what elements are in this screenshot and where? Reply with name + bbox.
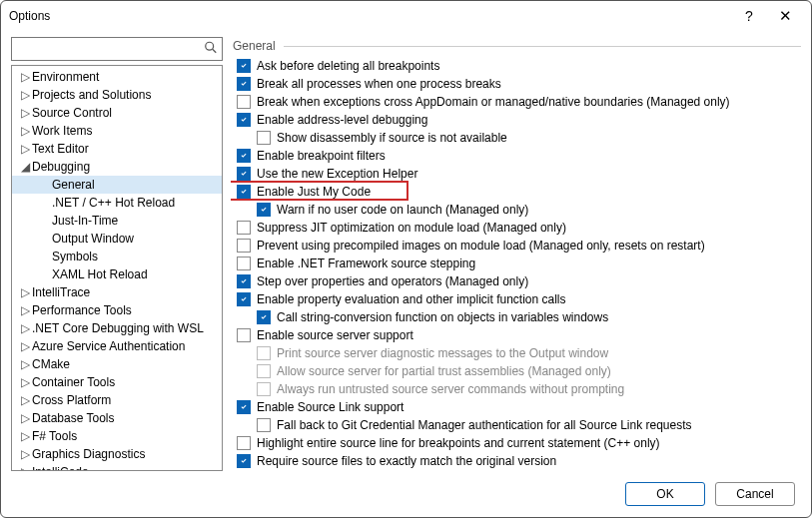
tree-item[interactable]: XAML Hot Reload [12, 265, 222, 283]
expand-icon[interactable]: ▷ [18, 321, 32, 335]
option-row[interactable]: Enable property evaluation and other imp… [231, 290, 791, 308]
tree-item-label: F# Tools [32, 429, 77, 443]
tree-item[interactable]: General [12, 176, 222, 194]
checkbox[interactable] [237, 274, 251, 288]
option-row[interactable]: Use the new Exception Helper [231, 165, 791, 183]
tree-item[interactable]: Just-In-Time [12, 212, 222, 230]
expand-icon[interactable]: ▷ [18, 106, 32, 120]
option-row[interactable]: Show disassembly if source is not availa… [231, 129, 791, 147]
tree-item[interactable]: ▷Azure Service Authentication [12, 337, 222, 355]
cancel-button[interactable]: Cancel [715, 482, 795, 506]
tree-item[interactable]: ▷Performance Tools [12, 301, 222, 319]
expand-icon[interactable]: ▷ [18, 357, 32, 371]
expand-icon[interactable]: ▷ [18, 88, 32, 102]
checkbox[interactable] [237, 257, 251, 270]
checkbox[interactable] [237, 454, 251, 468]
option-row[interactable]: Enable breakpoint filters [231, 147, 791, 165]
tree-item[interactable]: ◢Debugging [12, 158, 222, 176]
expand-icon[interactable]: ▷ [18, 303, 32, 317]
tree-item[interactable]: ▷F# Tools [12, 427, 222, 445]
expand-icon[interactable]: ▷ [18, 393, 32, 407]
option-label: Enable property evaluation and other imp… [257, 292, 566, 306]
tree-item[interactable]: .NET / C++ Hot Reload [12, 194, 222, 212]
checkbox[interactable] [237, 167, 251, 181]
tree-item[interactable]: ▷Database Tools [12, 409, 222, 427]
option-label: Highlight entire source line for breakpo… [257, 436, 660, 450]
ok-button[interactable]: OK [625, 482, 705, 506]
expand-icon[interactable]: ▷ [18, 447, 32, 461]
expand-icon[interactable]: ▷ [18, 285, 32, 299]
expand-icon[interactable]: ▷ [18, 429, 32, 443]
option-label: Fall back to Git Credential Manager auth… [277, 418, 692, 432]
tree-item-label: Environment [32, 70, 99, 84]
option-row[interactable]: Redirect all Output Window text to the I… [231, 470, 791, 471]
checkbox[interactable] [257, 131, 271, 145]
option-row[interactable]: Call string-conversion function on objec… [231, 308, 791, 326]
option-row[interactable]: Prevent using precompiled images on modu… [231, 237, 791, 255]
checkbox[interactable] [237, 59, 251, 73]
checkbox[interactable] [237, 400, 251, 414]
option-row[interactable]: Break all processes when one process bre… [231, 75, 791, 93]
option-label: Prevent using precompiled images on modu… [257, 239, 705, 253]
option-row[interactable]: Highlight entire source line for breakpo… [231, 434, 791, 452]
checkbox[interactable] [237, 328, 251, 342]
options-list[interactable]: Ask before deleting all breakpointsBreak… [231, 57, 801, 471]
option-row[interactable]: Fall back to Git Credential Manager auth… [231, 416, 791, 434]
option-row[interactable]: Step over properties and operators (Mana… [231, 272, 791, 290]
tree-item[interactable]: ▷Container Tools [12, 373, 222, 391]
checkbox[interactable] [257, 203, 271, 217]
option-row[interactable]: Enable .NET Framework source stepping [231, 255, 791, 272]
tree-item[interactable]: ▷Cross Platform [12, 391, 222, 409]
tree-item[interactable]: ▷Source Control [12, 104, 222, 122]
tree-item[interactable]: ▷Text Editor [12, 140, 222, 158]
option-label: Enable Source Link support [257, 400, 404, 414]
option-row[interactable]: Enable Source Link support [231, 398, 791, 416]
checkbox[interactable] [237, 221, 251, 235]
expand-icon[interactable]: ▷ [18, 70, 32, 84]
tree-item[interactable]: ▷Environment [12, 68, 222, 86]
checkbox[interactable] [237, 149, 251, 163]
checkbox[interactable] [237, 185, 251, 199]
close-button[interactable]: ✕ [767, 1, 803, 31]
tree-item-label: Container Tools [32, 375, 115, 389]
tree-item[interactable]: Symbols [12, 248, 222, 265]
tree-item[interactable]: ▷CMake [12, 355, 222, 373]
expand-icon[interactable]: ▷ [18, 124, 32, 138]
tree-item[interactable]: ▷IntelliTrace [12, 283, 222, 301]
option-row[interactable]: Enable Just My Code [231, 183, 791, 201]
option-label: Break when exceptions cross AppDomain or… [257, 95, 730, 109]
checkbox[interactable] [237, 436, 251, 450]
expand-icon[interactable]: ▷ [18, 142, 32, 156]
expand-icon[interactable]: ▷ [18, 375, 32, 389]
checkbox[interactable] [237, 113, 251, 127]
option-row[interactable]: Break when exceptions cross AppDomain or… [231, 93, 791, 111]
tree-item[interactable]: ▷Graphics Diagnostics [12, 445, 222, 463]
checkbox[interactable] [257, 418, 271, 432]
tree-item[interactable]: ▷Projects and Solutions [12, 86, 222, 104]
checkbox[interactable] [237, 95, 251, 109]
search-icon[interactable] [204, 41, 218, 58]
option-row[interactable]: Enable address-level debugging [231, 111, 791, 129]
tree-item[interactable]: ▷Work Items [12, 122, 222, 140]
expand-icon[interactable]: ▷ [18, 411, 32, 425]
tree-item-label: Projects and Solutions [32, 88, 151, 102]
checkbox[interactable] [237, 239, 251, 253]
checkbox[interactable] [237, 292, 251, 306]
option-row[interactable]: Ask before deleting all breakpoints [231, 57, 791, 75]
expand-icon[interactable]: ▷ [18, 339, 32, 353]
help-button[interactable]: ? [731, 1, 767, 31]
option-row[interactable]: Require source files to exactly match th… [231, 452, 791, 470]
option-row[interactable]: Suppress JIT optimization on module load… [231, 219, 791, 237]
tree-item[interactable]: Output Window [12, 230, 222, 248]
category-tree[interactable]: ▷Environment▷Projects and Solutions▷Sour… [11, 65, 223, 471]
search-input[interactable] [12, 38, 222, 60]
tree-item[interactable]: ▷.NET Core Debugging with WSL [12, 319, 222, 337]
option-row[interactable]: Enable source server support [231, 326, 791, 344]
checkbox[interactable] [257, 310, 271, 324]
collapse-icon[interactable]: ◢ [18, 160, 32, 174]
tree-item-label: General [52, 178, 95, 192]
checkbox[interactable] [237, 77, 251, 91]
tree-item[interactable]: ▷IntelliCode [12, 463, 222, 471]
dialog-content: ▷Environment▷Projects and Solutions▷Sour… [1, 31, 811, 471]
option-row[interactable]: Warn if no user code on launch (Managed … [231, 201, 791, 219]
